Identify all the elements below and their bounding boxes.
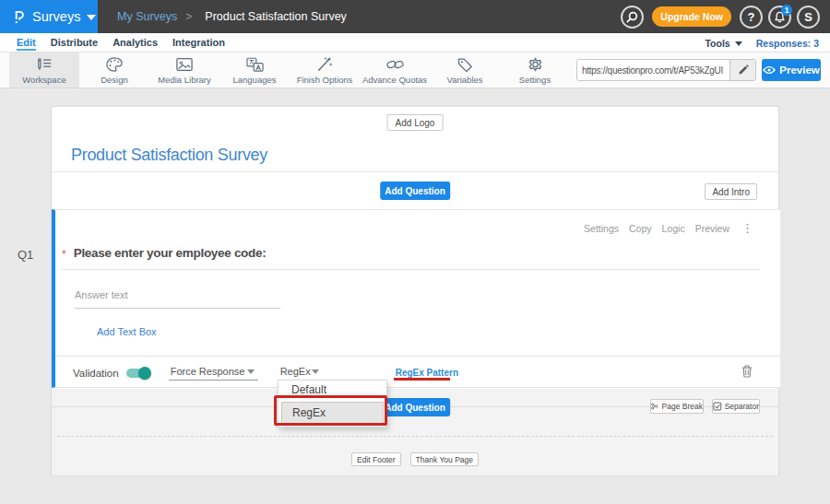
question-logic-link[interactable]: Logic	[662, 223, 685, 234]
question-text-row: * Please enter your employee code:	[62, 246, 266, 261]
toolbar-item-media-library[interactable]: Media Library	[149, 53, 219, 88]
editor-toolbar: Workspace Design Media Library Languages…	[0, 53, 830, 88]
account-avatar[interactable]: S	[797, 6, 820, 29]
more-options-kebab-icon[interactable]: ⋮	[741, 224, 753, 233]
question-copy-link[interactable]: Copy	[629, 223, 652, 234]
tabbar-right: Tools Responses: 3	[705, 33, 819, 53]
questionpro-logo-icon	[14, 9, 25, 25]
toolbar-item-design[interactable]: Design	[79, 53, 149, 88]
search-button[interactable]	[621, 6, 644, 29]
toolbar-item-label: Design	[101, 75, 128, 85]
question-text[interactable]: Please enter your employee code:	[74, 246, 267, 260]
languages-icon	[245, 56, 265, 73]
media-library-icon	[175, 56, 194, 73]
edit-url-button[interactable]	[729, 60, 755, 80]
toggle-thumb	[138, 367, 151, 380]
help-button[interactable]: ?	[740, 6, 763, 29]
validation-label: Validation	[73, 368, 119, 379]
force-response-value: Force Response	[171, 366, 245, 377]
notifications-button[interactable]: 1	[768, 6, 791, 29]
questionpro-survey-editor: Surveys My Surveys > Product Satisfactio…	[0, 0, 830, 504]
page-break-button[interactable]: Page Break	[650, 399, 704, 414]
title-divider	[52, 171, 778, 172]
share-url-group	[576, 59, 756, 81]
required-asterisk: *	[62, 248, 66, 261]
toolbar-item-label: Advance Quotas	[362, 75, 427, 85]
add-logo-button[interactable]: Add Logo	[387, 114, 444, 131]
delete-question-button[interactable]	[741, 365, 753, 381]
top-bar: Surveys My Surveys > Product Satisfactio…	[0, 0, 830, 33]
chain-links-icon	[385, 56, 405, 73]
design-palette-icon	[105, 56, 124, 73]
toolbar-item-label: Variables	[447, 75, 483, 85]
validation-row: Validation Force Response RegEx RegEx Pa…	[55, 356, 780, 389]
toolbar-item-workspace[interactable]: Workspace	[9, 53, 79, 88]
answer-text-underline	[75, 308, 280, 309]
chevron-down-icon	[735, 41, 742, 46]
add-intro-button[interactable]: Add Intro	[705, 183, 757, 200]
tools-label: Tools	[705, 38, 729, 49]
surveys-menu-label: Surveys	[32, 9, 80, 24]
preview-label: Preview	[779, 64, 819, 76]
validation-type-select[interactable]: RegEx	[279, 366, 323, 381]
answer-text-placeholder[interactable]: Answer text	[75, 289, 127, 300]
upgrade-now-button[interactable]: Upgrade Now	[652, 6, 731, 27]
question-preview-link[interactable]: Preview	[695, 223, 729, 234]
thank-you-page-button[interactable]: Thank You Page	[410, 452, 479, 466]
surveys-menu[interactable]: Surveys	[0, 0, 98, 33]
add-question-button-bottom[interactable]: Add Question	[380, 398, 450, 416]
add-question-button-top[interactable]: Add Question	[380, 182, 450, 200]
tab-integration[interactable]: Integration	[172, 33, 225, 53]
preview-button[interactable]: Preview	[762, 59, 821, 81]
question-text-underline	[62, 269, 760, 270]
survey-card: Add Logo Product Satisfaction Survey Add…	[51, 106, 779, 475]
dropdown-option-regex[interactable]: RegEx	[281, 402, 384, 425]
tab-analytics[interactable]: Analytics	[113, 33, 158, 53]
toolbar-item-variables[interactable]: Variables	[430, 53, 500, 88]
toolbar-item-languages[interactable]: Languages	[219, 53, 290, 88]
eye-icon	[763, 65, 776, 75]
survey-title[interactable]: Product Satisfaction Survey	[71, 146, 267, 165]
question-number-label: Q1	[18, 248, 33, 262]
main-tab-bar: Edit Distribute Analytics Integration To…	[0, 33, 830, 53]
breadcrumb-my-surveys[interactable]: My Surveys	[117, 10, 177, 23]
toolbar-item-label: Languages	[232, 75, 276, 85]
chevron-down-icon	[312, 369, 319, 374]
breadcrumb: My Surveys > Product Satisfaction Survey	[117, 10, 347, 23]
trash-icon	[741, 365, 753, 378]
footer-dashed-divider	[57, 436, 773, 437]
topbar-actions: Upgrade Now ? 1 S	[621, 0, 820, 33]
validation-toggle[interactable]	[126, 369, 149, 378]
notification-badge: 1	[781, 5, 792, 16]
question-block-q1: Settings Copy Logic Preview ⋮ * Please e…	[52, 209, 780, 388]
toolbar-item-label: Workspace	[22, 75, 65, 85]
tab-distribute[interactable]: Distribute	[51, 33, 98, 53]
scissors-icon	[651, 402, 659, 411]
add-text-box-link[interactable]: Add Text Box	[97, 326, 157, 337]
avatar-initial: S	[804, 10, 812, 24]
edit-footer-button[interactable]: Edit Footer	[351, 452, 401, 466]
force-response-select[interactable]: Force Response	[169, 366, 258, 381]
question-settings-link[interactable]: Settings	[584, 223, 619, 234]
separator-button[interactable]: Separator	[712, 399, 760, 414]
toolbar-item-finish-options[interactable]: Finish Options	[290, 53, 360, 88]
share-url-input[interactable]	[577, 60, 729, 80]
toolbar-item-label: Media Library	[158, 75, 211, 85]
validation-type-value: RegEx	[280, 366, 311, 377]
toolbar-item-settings[interactable]: Settings	[500, 53, 570, 88]
chevron-down-icon	[87, 15, 96, 20]
search-icon	[626, 11, 638, 23]
chevron-down-icon	[247, 369, 255, 374]
magic-wand-icon	[315, 56, 334, 73]
workspace-icon	[34, 56, 54, 73]
tools-menu[interactable]: Tools	[705, 38, 741, 49]
toolbar-item-advance-quotas[interactable]: Advance Quotas	[360, 53, 430, 88]
page-break-label: Page Break	[662, 402, 703, 411]
question-actions: Settings Copy Logic Preview ⋮	[584, 223, 753, 234]
dropdown-option-default[interactable]: Default	[279, 381, 386, 400]
tag-icon	[456, 56, 474, 73]
responses-link[interactable]: Responses: 3	[756, 38, 819, 49]
survey-canvas: Q1 Add Logo Product Satisfaction Survey …	[0, 88, 830, 504]
tab-edit[interactable]: Edit	[17, 33, 36, 53]
regex-pattern-link[interactable]: RegEx Pattern	[396, 368, 458, 378]
